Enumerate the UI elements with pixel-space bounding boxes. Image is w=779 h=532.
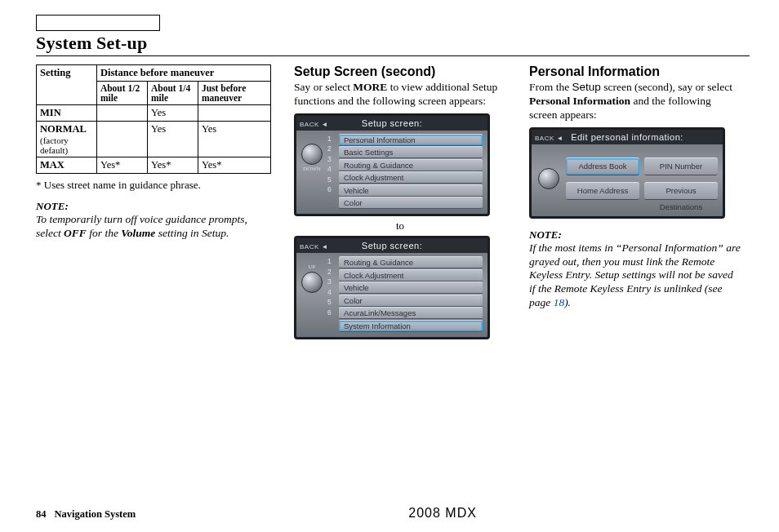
note-label: NOTE: bbox=[36, 200, 271, 213]
table-row: MAX Yes* Yes* Yes* bbox=[37, 157, 271, 174]
footer: 84 Navigation System 2008 MDX bbox=[36, 506, 750, 521]
list-item[interactable]: AcuraLink/Messages bbox=[339, 307, 483, 319]
previous-destinations-button[interactable]: Previous Destinations bbox=[644, 182, 718, 200]
menu-list-2: Routing & Guidance Clock Adjustment Vehi… bbox=[339, 256, 483, 332]
column-right: Personal Information From the Setup scre… bbox=[529, 64, 741, 497]
subhead-0: About 1/2 mile bbox=[96, 82, 147, 105]
header-box bbox=[36, 15, 160, 31]
device-title: Setup screen: bbox=[362, 118, 422, 128]
back-label: BACK ◄ bbox=[300, 240, 328, 255]
list-item[interactable]: Routing & Guidance bbox=[339, 256, 483, 268]
page-link[interactable]: 18 bbox=[554, 296, 565, 308]
knob-icon bbox=[301, 144, 323, 165]
knob-icon bbox=[301, 272, 323, 293]
list-item[interactable]: Clock Adjustment bbox=[339, 171, 483, 184]
pi-intro: From the Setup screen (second), say or s… bbox=[529, 81, 741, 122]
device-title: Setup screen: bbox=[362, 241, 422, 250]
list-item[interactable]: Color bbox=[339, 295, 483, 307]
device-titlebar: BACK ◄ Setup screen: bbox=[296, 238, 487, 253]
note-label: NOTE: bbox=[529, 228, 741, 242]
th-distance: Distance before maneuver bbox=[96, 65, 270, 82]
device-titlebar: BACK ◄ Edit personal information: bbox=[532, 130, 723, 144]
subhead-2: Just before maneuver bbox=[198, 82, 270, 105]
section-personal-info: Personal Information bbox=[529, 64, 741, 79]
note-body: To temporarily turn off voice guidance p… bbox=[36, 213, 271, 241]
page-number: 84 bbox=[36, 508, 47, 521]
list-numbers: 1 2 3 4 5 6 bbox=[327, 256, 336, 317]
list-item[interactable]: Basic Settings bbox=[339, 146, 483, 158]
list-item[interactable]: Vehicle bbox=[339, 282, 483, 294]
list-numbers: 1 2 3 4 5 6 bbox=[327, 134, 336, 194]
table-row: MIN Yes bbox=[37, 105, 271, 122]
subhead-1: About 1/4 mile bbox=[147, 82, 198, 105]
back-label: BACK ◄ bbox=[300, 117, 328, 132]
settings-table: Setting Distance before maneuver About 1… bbox=[36, 64, 271, 174]
list-item[interactable]: Color bbox=[339, 197, 483, 209]
model-label: 2008 MDX bbox=[136, 506, 750, 521]
section-setup-screen: Setup Screen (second) bbox=[294, 64, 506, 79]
back-label: BACK ◄ bbox=[535, 131, 563, 146]
address-book-button[interactable]: Address Book bbox=[566, 157, 639, 175]
home-address-button[interactable]: Home Address bbox=[566, 182, 639, 200]
pin-number-button[interactable]: PIN Number bbox=[644, 157, 718, 175]
column-middle: Setup Screen (second) Say or select MORE… bbox=[294, 64, 506, 497]
setup-screen-device-1: BACK ◄ Setup screen: DOWN 1 2 3 4 5 6 bbox=[294, 113, 490, 217]
table-row: NORMAL(factory default) Yes Yes bbox=[37, 122, 271, 157]
device-title: Edit personal information: bbox=[571, 132, 683, 142]
setup-intro: Say or select MORE to view additional Se… bbox=[294, 81, 506, 109]
page-title: System Set-up bbox=[36, 33, 750, 54]
to-label: to bbox=[294, 219, 506, 233]
th-setting: Setting bbox=[37, 65, 97, 105]
column-left: Setting Distance before maneuver About 1… bbox=[36, 64, 271, 497]
title-rule bbox=[36, 55, 750, 56]
list-item[interactable]: Vehicle bbox=[339, 184, 483, 197]
device-titlebar: BACK ◄ Setup screen: bbox=[296, 116, 487, 131]
footnote: * Uses street name in guidance phrase. bbox=[36, 179, 271, 192]
footer-label: Navigation System bbox=[55, 508, 136, 521]
list-item[interactable]: Personal Information bbox=[339, 134, 483, 146]
knob-icon bbox=[538, 168, 559, 189]
menu-list-1: Personal Information Basic Settings Rout… bbox=[339, 134, 483, 210]
list-item[interactable]: System Information bbox=[339, 320, 483, 332]
down-arrow-icon: DOWN bbox=[303, 166, 321, 172]
note-body: If the most items in “Personal Informati… bbox=[529, 242, 741, 310]
up-arrow-icon: UP bbox=[309, 264, 316, 270]
setup-screen-device-2: BACK ◄ Setup screen: UP 1 2 3 4 5 6 bbox=[294, 236, 490, 339]
list-item[interactable]: Clock Adjustment bbox=[339, 269, 483, 282]
list-item[interactable]: Routing & Guidance bbox=[339, 159, 483, 171]
personal-info-device: BACK ◄ Edit personal information: Addres… bbox=[529, 127, 725, 219]
